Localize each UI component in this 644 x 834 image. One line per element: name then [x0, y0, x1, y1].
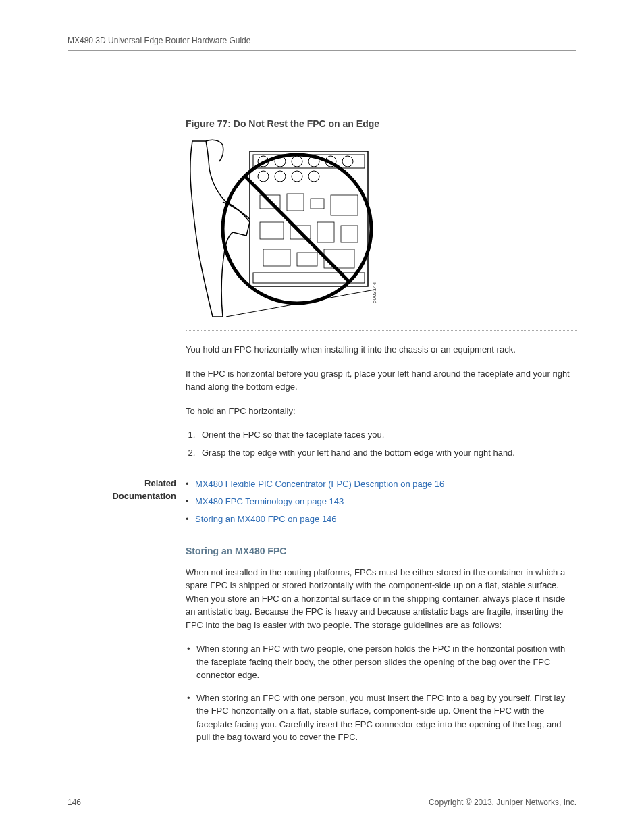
figure-rule	[186, 330, 577, 331]
related-label-line1: Related	[144, 478, 176, 488]
section-intro: When not installed in the routing platfo…	[186, 566, 574, 632]
steps-list: Orient the FPC so that the faceplate fac…	[186, 428, 576, 461]
step-item: Orient the FPC so that the faceplate fac…	[198, 428, 576, 442]
header-title: MX480 3D Universal Edge Router Hardware …	[68, 36, 250, 45]
do-not-rest-fpc-diagram: g003144	[186, 134, 381, 323]
guideline-item: When storing an FPC with two people, one…	[186, 642, 574, 682]
guidelines-list: When storing an FPC with two people, one…	[186, 642, 574, 744]
figure-image-id: g003144	[371, 282, 377, 303]
page-number: 146	[68, 798, 81, 807]
step-item: Grasp the top edge with your left hand a…	[198, 446, 576, 461]
related-label: Related Documentation	[68, 477, 186, 529]
related-list: MX480 Flexible PIC Concentrator (FPC) De…	[186, 477, 444, 529]
related-item: MX480 FPC Terminology on page 143	[186, 494, 444, 509]
paragraph-2: If the FPC is horizontal before you gras…	[186, 367, 574, 394]
figure-caption: Figure 77: Do Not Rest the FPC on an Edg…	[186, 118, 576, 129]
related-link[interactable]: Storing an MX480 FPC on page 146	[195, 514, 337, 524]
related-item: Storing an MX480 FPC on page 146	[186, 512, 444, 527]
page-footer: 146 Copyright © 2013, Juniper Networks, …	[68, 793, 576, 807]
guideline-item: When storing an FPC with one person, you…	[186, 692, 574, 744]
related-link[interactable]: MX480 Flexible PIC Concentrator (FPC) De…	[195, 479, 444, 489]
related-item: MX480 Flexible PIC Concentrator (FPC) De…	[186, 477, 444, 492]
related-documentation: Related Documentation MX480 Flexible PIC…	[186, 477, 576, 529]
copyright-text: Copyright © 2013, Juniper Networks, Inc.	[429, 798, 576, 807]
related-label-line2: Documentation	[112, 491, 176, 501]
section-heading: Storing an MX480 FPC	[186, 546, 576, 556]
related-link[interactable]: MX480 FPC Terminology on page 143	[195, 496, 344, 506]
main-content: Figure 77: Do Not Rest the FPC on an Edg…	[186, 118, 576, 744]
page-header: MX480 3D Universal Edge Router Hardware …	[68, 34, 576, 51]
paragraph-3: To hold an FPC horizontally:	[186, 405, 574, 418]
figure-illustration: g003144	[186, 134, 381, 323]
paragraph-1: You hold an FPC horizontally when instal…	[186, 343, 574, 357]
